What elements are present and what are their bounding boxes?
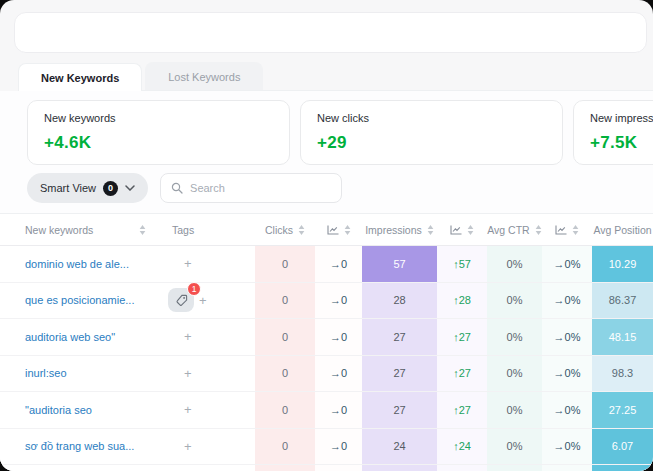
keyword-link[interactable]: dominio web de ale... bbox=[25, 258, 129, 270]
search-box[interactable] bbox=[160, 173, 342, 203]
smart-view-label: Smart View bbox=[40, 182, 96, 194]
keyword-link[interactable]: auditoria web seo" bbox=[25, 331, 115, 343]
header-clicks-trend[interactable] bbox=[315, 214, 362, 245]
add-tag-button[interactable]: + bbox=[184, 402, 192, 417]
impressions-change-cell: ↑28 bbox=[437, 283, 487, 319]
header-ctr-trend[interactable] bbox=[542, 214, 592, 245]
sort-icon[interactable] bbox=[467, 225, 474, 235]
smart-view-dropdown[interactable]: Smart View 0 bbox=[27, 173, 148, 203]
ctr-cell bbox=[487, 465, 542, 471]
sort-icon[interactable] bbox=[535, 225, 542, 235]
search-icon bbox=[171, 182, 183, 194]
search-input[interactable] bbox=[190, 182, 320, 194]
header-avg-position[interactable]: Avg Position bbox=[592, 214, 653, 245]
ctr-change-value: →0% bbox=[554, 258, 581, 270]
keyword-link[interactable]: sơ đồ trang web sua... bbox=[25, 440, 134, 452]
header-avg-ctr[interactable]: Avg CTR bbox=[487, 214, 542, 245]
clicks-change-value: →0 bbox=[330, 258, 347, 270]
sort-icon[interactable] bbox=[298, 225, 305, 235]
impressions-change-cell: ↑27 bbox=[437, 319, 487, 355]
position-value: 86.37 bbox=[609, 294, 637, 306]
sort-icon[interactable] bbox=[139, 225, 146, 235]
stat-label: New impressions bbox=[590, 112, 653, 124]
impressions-value: 28 bbox=[393, 294, 405, 306]
ctr-change-cell: →0% bbox=[542, 356, 592, 392]
position-value: 6.07 bbox=[612, 440, 633, 452]
clicks-cell: 0 bbox=[255, 429, 315, 465]
clicks-value: 0 bbox=[282, 331, 288, 343]
ctr-cell: 0% bbox=[487, 429, 542, 465]
stat-card-new-keywords: New keywords +4.6K bbox=[27, 100, 290, 165]
table-body: dominio web de ale... + 0 →0 57 ↑57 0% →… bbox=[0, 246, 653, 471]
ctr-change-value: →0% bbox=[554, 404, 581, 416]
clicks-change-cell bbox=[315, 465, 362, 471]
header-impressions-trend[interactable] bbox=[437, 214, 487, 245]
position-value: 27.25 bbox=[609, 404, 637, 416]
tab-panel: New keywords +4.6K New clicks +29 New im… bbox=[0, 91, 653, 471]
position-cell: 27.25 bbox=[592, 392, 653, 428]
stat-value: +7.5K bbox=[590, 133, 653, 153]
table-row bbox=[0, 465, 653, 471]
impressions-change-value: ↑27 bbox=[453, 367, 471, 379]
impressions-cell: 57 bbox=[362, 246, 437, 282]
keyword-cell: sơ đồ trang web sua... bbox=[0, 429, 160, 465]
keyword-link[interactable]: que es posicionamie... bbox=[25, 294, 134, 306]
clicks-change-cell: →0 bbox=[315, 392, 362, 428]
impressions-change-cell: ↑24 bbox=[437, 429, 487, 465]
ctr-value: 0% bbox=[507, 331, 523, 343]
add-tag-button[interactable]: + bbox=[184, 329, 192, 344]
tab-lost-keywords[interactable]: Lost Keywords bbox=[145, 62, 263, 90]
keyword-cell: inurl:seo bbox=[0, 356, 160, 392]
clicks-change-value: →0 bbox=[330, 404, 347, 416]
tag-chip[interactable]: 1 bbox=[168, 288, 194, 312]
sort-icon[interactable] bbox=[427, 225, 434, 235]
sort-icon[interactable] bbox=[572, 225, 579, 235]
keyword-link[interactable]: "auditoria seo bbox=[25, 404, 92, 416]
ctr-cell: 0% bbox=[487, 246, 542, 282]
line-chart-icon bbox=[450, 225, 462, 235]
keyword-cell: auditoria web seo" bbox=[0, 319, 160, 355]
table-row: auditoria web seo" + 0 →0 27 ↑27 0% →0% … bbox=[0, 319, 653, 356]
impressions-cell: 24 bbox=[362, 429, 437, 465]
impressions-cell bbox=[362, 465, 437, 471]
table-row: "auditoria seo + 0 →0 27 ↑27 0% →0% 27.2… bbox=[0, 392, 653, 429]
impressions-value: 24 bbox=[393, 440, 405, 452]
keyword-link[interactable]: inurl:seo bbox=[25, 367, 67, 379]
clicks-value: 0 bbox=[282, 258, 288, 270]
add-tag-button[interactable]: + bbox=[199, 293, 207, 308]
stat-card-new-clicks: New clicks +29 bbox=[300, 100, 563, 165]
tab-new-keywords[interactable]: New Keywords bbox=[18, 63, 142, 91]
sort-icon[interactable] bbox=[344, 225, 351, 235]
ctr-change-cell: →0% bbox=[542, 319, 592, 355]
clicks-change-value: →0 bbox=[330, 440, 347, 452]
tab-new-keywords-label: New Keywords bbox=[41, 72, 119, 84]
ctr-change-value: →0% bbox=[554, 440, 581, 452]
add-tag-button[interactable]: + bbox=[184, 439, 192, 454]
stat-label: New keywords bbox=[44, 112, 273, 124]
add-tag-button[interactable]: + bbox=[184, 366, 192, 381]
add-tag-button[interactable]: + bbox=[184, 256, 192, 271]
header-label: Avg Position bbox=[593, 224, 651, 236]
clicks-change-cell: →0 bbox=[315, 429, 362, 465]
position-cell bbox=[592, 465, 653, 471]
table-row: dominio web de ale... + 0 →0 57 ↑57 0% →… bbox=[0, 246, 653, 283]
ctr-change-cell: →0% bbox=[542, 429, 592, 465]
ctr-value: 0% bbox=[507, 294, 523, 306]
header-impressions[interactable]: Impressions bbox=[362, 214, 437, 245]
tags-cell: + bbox=[160, 319, 255, 355]
ctr-change-value: →0% bbox=[554, 294, 581, 306]
impressions-change-value: ↑24 bbox=[453, 440, 471, 452]
header-label: Impressions bbox=[365, 224, 422, 236]
header-new-keywords[interactable]: New keywords bbox=[0, 214, 160, 245]
position-cell: 86.37 bbox=[592, 283, 653, 319]
top-empty-card bbox=[14, 12, 647, 53]
keywords-table: New keywords Tags Clicks Impressions bbox=[0, 213, 653, 471]
ctr-cell: 0% bbox=[487, 283, 542, 319]
header-tags[interactable]: Tags bbox=[160, 214, 255, 245]
ctr-value: 0% bbox=[507, 258, 523, 270]
header-clicks[interactable]: Clicks bbox=[255, 214, 315, 245]
impressions-value: 27 bbox=[393, 404, 405, 416]
clicks-value: 0 bbox=[282, 367, 288, 379]
chevron-down-icon bbox=[125, 185, 135, 191]
tags-cell: + bbox=[160, 246, 255, 282]
